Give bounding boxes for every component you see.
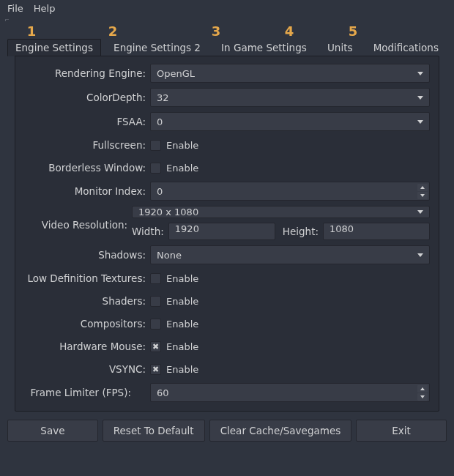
menu-file[interactable]: File [7, 3, 23, 14]
select-video-resolution[interactable]: 1920 x 1080 [132, 206, 430, 218]
label-vsync: VSYNC: [24, 363, 150, 375]
select-value: OpenGL [157, 68, 195, 79]
checkbox-label: Enable [166, 296, 198, 307]
chevron-down-icon [416, 117, 425, 126]
label-compositors: Compositors: [24, 318, 150, 330]
checkbox-compositors[interactable] [150, 319, 161, 330]
label-fsaa: FSAA: [24, 116, 150, 127]
label-width: Width: [132, 226, 164, 237]
tab-in-game-settings[interactable]: In Game Settings [213, 39, 315, 56]
checkbox-vsync[interactable] [150, 364, 161, 375]
input-height[interactable]: 1080 [323, 223, 430, 240]
settings-panel: Rendering Engine: OpenGL ColorDepth: 32 … [15, 56, 439, 412]
chevron-down-icon [416, 93, 425, 102]
spin-monitor-index[interactable]: 0 [150, 182, 430, 201]
checkbox-lowdef[interactable] [150, 273, 161, 284]
chevron-down-icon [416, 69, 425, 78]
exit-button[interactable]: Exit [356, 420, 447, 442]
select-value: 32 [157, 92, 169, 103]
spin-up-icon[interactable] [417, 184, 428, 191]
reset-button[interactable]: Reset To Default [103, 420, 205, 442]
input-value: 1080 [330, 223, 354, 234]
label-lowdef: Low Definition Textures: [24, 272, 150, 284]
clear-cache-button[interactable]: Clear Cache/Savegames [209, 420, 352, 442]
label-shadows: Shadows: [24, 249, 150, 261]
tab-modifications[interactable]: Modifications [365, 39, 447, 56]
tab-engine-settings[interactable]: Engine Settings [7, 39, 101, 56]
label-fullscreen: Fullscreen: [24, 139, 150, 151]
spin-fps[interactable]: 60 [150, 383, 430, 402]
label-fps: Frame Limiter (FPS): [24, 387, 135, 398]
tab-engine-settings-2[interactable]: Engine Settings 2 [105, 39, 209, 56]
select-rendering-engine[interactable]: OpenGL [150, 64, 430, 83]
input-value: 1920 [175, 223, 199, 234]
spin-down-icon[interactable] [417, 393, 428, 401]
checkbox-hwmouse[interactable] [150, 341, 161, 352]
label-video-resolution: Video Resolution: [24, 206, 132, 231]
checkbox-shaders[interactable] [150, 296, 161, 307]
checkbox-label: Enable [166, 140, 198, 151]
label-hwmouse: Hardware Mouse: [24, 341, 150, 352]
select-shadows[interactable]: None [150, 245, 430, 264]
label-height: Height: [283, 226, 319, 237]
label-rendering-engine: Rendering Engine: [24, 67, 150, 79]
checkbox-label: Enable [166, 341, 198, 352]
label-monitor-index: Monitor Index: [24, 185, 150, 197]
select-fsaa[interactable]: 0 [150, 112, 430, 131]
label-shaders: Shaders: [24, 295, 150, 307]
select-value: None [157, 250, 182, 261]
label-borderless: Borderless Window: [24, 162, 150, 174]
select-value: 1920 x 1080 [138, 207, 198, 217]
menu-help[interactable]: Help [34, 3, 56, 14]
label-color-depth: ColorDepth: [24, 92, 150, 103]
checkbox-label: Enable [166, 319, 198, 330]
tab-hotkey-numbers: 1 2 3 4 5 [7, 23, 447, 39]
spin-value: 0 [157, 186, 417, 197]
checkbox-label: Enable [166, 273, 198, 284]
button-row: Save Reset To Default Clear Cache/Savega… [0, 420, 454, 449]
tab-bar: Engine Settings Engine Settings 2 In Gam… [7, 39, 447, 56]
select-color-depth[interactable]: 32 [150, 88, 430, 107]
tab-units[interactable]: Units [319, 39, 361, 56]
input-width[interactable]: 1920 [168, 223, 275, 240]
chevron-down-icon [416, 250, 425, 259]
select-value: 0 [157, 116, 163, 127]
checkbox-label: Enable [166, 163, 198, 174]
spin-up-icon[interactable] [417, 385, 428, 393]
checkbox-label: Enable [166, 364, 198, 375]
save-button[interactable]: Save [7, 420, 98, 442]
chevron-down-icon [416, 208, 425, 217]
spin-value: 60 [157, 387, 417, 398]
spin-down-icon[interactable] [417, 192, 428, 199]
checkbox-fullscreen[interactable] [150, 140, 161, 151]
checkbox-borderless[interactable] [150, 163, 161, 174]
menubar: File Help [0, 0, 454, 18]
